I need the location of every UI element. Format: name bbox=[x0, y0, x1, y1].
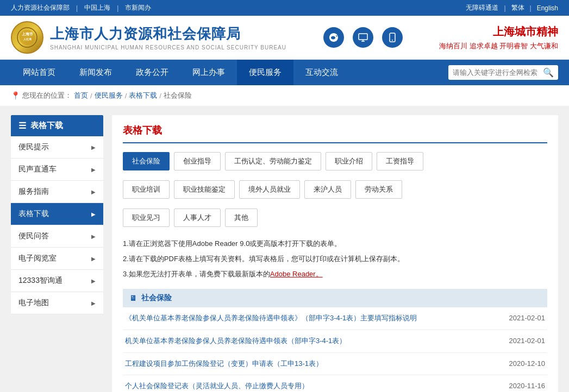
file-date-2: 2020-12-10 bbox=[509, 358, 546, 368]
search-input[interactable] bbox=[453, 68, 540, 77]
nav-interaction[interactable]: 互动交流 bbox=[293, 60, 350, 85]
breadcrumb-current: 社会保险 bbox=[164, 91, 192, 100]
sidebar-arrow-icon: ▶ bbox=[91, 233, 96, 239]
content-area: 表格下载 社会保险 创业指导 工伤认定、劳动能力鉴定 职业介绍 工资指导 职业培… bbox=[112, 115, 558, 392]
sidebar-item-label: 民声直通车 bbox=[18, 165, 57, 174]
weibo-icon[interactable] bbox=[323, 27, 344, 48]
sidebar-header: ☰ 表格下载 bbox=[11, 115, 103, 136]
svg-text:人社局: 人社局 bbox=[23, 37, 32, 41]
sidebar-arrow-icon: ▶ bbox=[91, 167, 96, 173]
top-bar-left: 人力资源社会保障部 | 中国上海 | 市新闻办 bbox=[11, 3, 151, 12]
sidebar-item-12333[interactable]: 12333智询通 ▶ bbox=[11, 270, 103, 292]
accessibility-link[interactable]: 无障碍通道 bbox=[466, 3, 498, 12]
section-header-social: 🖥 社会保险 bbox=[123, 289, 547, 307]
file-name-1[interactable]: 机关单位基本养老保险参保人员养老保险待遇申领表（部申字3-4-1表） bbox=[125, 336, 498, 347]
tab-internship[interactable]: 职业见习 bbox=[123, 208, 170, 227]
location-icon: 📍 bbox=[11, 91, 20, 100]
nav-news[interactable]: 新闻发布 bbox=[67, 60, 124, 85]
main-content: ☰ 表格下载 便民提示 ▶ 民声直通车 ▶ 服务指南 ▶ 表格下载 ▶ 便民问答… bbox=[0, 106, 569, 392]
nav-online[interactable]: 网上办事 bbox=[180, 60, 237, 85]
logo-emblem: 上海市 人社局 bbox=[11, 21, 43, 54]
nav-affairs[interactable]: 政务公开 bbox=[124, 60, 180, 85]
sidebar-arrow-icon: ▶ bbox=[91, 256, 96, 262]
tab-other[interactable]: 其他 bbox=[225, 208, 258, 227]
english-link[interactable]: English bbox=[537, 4, 558, 12]
nav-convenience[interactable]: 便民服务 bbox=[237, 60, 293, 85]
file-row: 工程建设项目参加工伤保险登记（变更）申请表（工申13-1表） 2020-12-1… bbox=[123, 353, 547, 376]
sidebar-item-label: 便民提示 bbox=[18, 142, 49, 152]
sidebar-item-label: 电子地图 bbox=[18, 298, 49, 308]
breadcrumb-download[interactable]: 表格下载 bbox=[129, 91, 157, 100]
instructions: 1.请在正浏览器下使用Adobe Reader 9.0或更高版本打开下载的表单。… bbox=[123, 237, 547, 281]
tab-entrepreneurship[interactable]: 创业指导 bbox=[174, 152, 221, 170]
tab-incoming-staff[interactable]: 来沪人员 bbox=[304, 180, 351, 199]
breadcrumb-convenience[interactable]: 便民服务 bbox=[95, 91, 123, 100]
nav-search-box[interactable]: 🔍 bbox=[448, 65, 558, 80]
file-date-1: 2021-02-01 bbox=[509, 336, 546, 345]
file-date-0: 2021-02-01 bbox=[509, 313, 546, 322]
sidebar-item-guide[interactable]: 服务指南 ▶ bbox=[11, 181, 103, 203]
mobile-icon[interactable] bbox=[382, 27, 403, 48]
sidebar-item-label: 表格下载 bbox=[18, 209, 49, 219]
svg-rect-4 bbox=[359, 34, 367, 40]
category-tabs-row2: 职业培训 职业技能鉴定 境外人员就业 来沪人员 劳动关系 bbox=[123, 180, 547, 199]
instruction-1: 1.请在正浏览器下使用Adobe Reader 9.0或更高版本打开下载的表单。 bbox=[123, 237, 547, 251]
sidebar-item-voice[interactable]: 民声直通车 ▶ bbox=[11, 159, 103, 181]
breadcrumb: 📍 您现在的位置： 首页 / 便民服务 / 表格下载 / 社会保险 bbox=[0, 85, 569, 106]
breadcrumb-label: 您现在的位置： bbox=[22, 91, 72, 100]
file-name-2[interactable]: 工程建设项目参加工伤保险登记（变更）申请表（工申13-1表） bbox=[125, 358, 498, 370]
file-name-3[interactable]: 个人社会保险登记表（灵活就业人员、停止缴费人员专用） bbox=[125, 381, 498, 392]
top-bar-right: 无障碍通道 | 繁体 | English bbox=[466, 3, 558, 12]
tab-vocational-training[interactable]: 职业培训 bbox=[123, 180, 170, 199]
sidebar-arrow-icon: ▶ bbox=[91, 300, 96, 306]
header: 上海市 人社局 上海市人力资源和社会保障局 SHANGHAI MUNICIPAL… bbox=[0, 16, 569, 60]
sidebar-item-faq[interactable]: 便民问答 ▶ bbox=[11, 225, 103, 248]
sidebar-arrow-icon: ▶ bbox=[91, 189, 96, 195]
svg-point-8 bbox=[392, 40, 393, 41]
category-tabs-row1: 社会保险 创业指导 工伤认定、劳动能力鉴定 职业介绍 工资指导 bbox=[123, 152, 547, 170]
file-row: 机关单位基本养老保险参保人员养老保险待遇申领表（部申字3-4-1表） 2021-… bbox=[123, 330, 547, 353]
tab-employment[interactable]: 职业介绍 bbox=[326, 152, 372, 170]
search-icon[interactable]: 🔍 bbox=[543, 67, 554, 78]
spirit-title: 上海城市精神 bbox=[439, 24, 558, 39]
sidebar-item-label: 电子阅览室 bbox=[18, 254, 57, 263]
spirit-subtitle: 海纳百川 追求卓越 开明睿智 大气谦和 bbox=[439, 41, 558, 51]
content-title: 表格下载 bbox=[123, 124, 547, 143]
tab-labor-relations[interactable]: 劳动关系 bbox=[355, 180, 402, 199]
tab-foreign-employment[interactable]: 境外人员就业 bbox=[239, 180, 300, 199]
top-link-shanghai[interactable]: 中国上海 bbox=[84, 3, 110, 12]
monitor-icon[interactable] bbox=[353, 27, 373, 48]
file-list: 《机关单位基本养老保险参保人员养老保险待遇申领表》（部申字3-4-1表）主要填写… bbox=[123, 307, 547, 392]
file-row: 个人社会保险登记表（灵活就业人员、停止缴费人员专用） 2020-11-16 bbox=[123, 375, 547, 392]
sidebar-item-map[interactable]: 电子地图 ▶ bbox=[11, 292, 103, 314]
site-subtitle: SHANGHAI MUNICIPAL HUMAN RESOURCES AND S… bbox=[50, 45, 286, 50]
sidebar-item-tips[interactable]: 便民提示 ▶ bbox=[11, 136, 103, 159]
sidebar-item-ereading[interactable]: 电子阅览室 ▶ bbox=[11, 248, 103, 270]
adobe-reader-link[interactable]: Adobe Reader。 bbox=[270, 270, 323, 278]
instruction-2: 2.请在下载的PDF表格上填写有关资料。填写表格后，您可以打印或在计算机上保存副… bbox=[123, 252, 547, 266]
list-icon: ☰ bbox=[18, 121, 26, 131]
breadcrumb-home[interactable]: 首页 bbox=[74, 91, 88, 100]
tab-skill-assessment[interactable]: 职业技能鉴定 bbox=[174, 180, 235, 199]
sidebar-item-label: 12333智询通 bbox=[18, 276, 62, 286]
tab-salary[interactable]: 工资指导 bbox=[377, 152, 423, 170]
tab-injury[interactable]: 工伤认定、劳动能力鉴定 bbox=[225, 152, 321, 170]
main-nav: 网站首页 新闻发布 政务公开 网上办事 便民服务 互动交流 🔍 bbox=[0, 60, 569, 85]
top-link-hrss[interactable]: 人力资源社会保障部 bbox=[11, 3, 70, 12]
sidebar-item-download[interactable]: 表格下载 ▶ bbox=[11, 203, 103, 225]
instruction-3: 3.如果您无法打开表单，请免费下载最新版本的Adobe Reader。 bbox=[123, 267, 547, 281]
file-name-0[interactable]: 《机关单位基本养老保险参保人员养老保险待遇申领表》（部申字3-4-1表）主要填写… bbox=[125, 313, 498, 324]
header-left: 上海市 人社局 上海市人力资源和社会保障局 SHANGHAI MUNICIPAL… bbox=[11, 21, 286, 54]
tab-personnel-talent[interactable]: 人事人才 bbox=[174, 208, 221, 227]
nav-home[interactable]: 网站首页 bbox=[11, 60, 67, 85]
site-title: 上海市人力资源和社会保障局 bbox=[50, 24, 286, 43]
category-tabs-row3: 职业见习 人事人才 其他 bbox=[123, 208, 547, 227]
logo-text: 上海市人力资源和社会保障局 SHANGHAI MUNICIPAL HUMAN R… bbox=[50, 24, 286, 50]
section-title: 社会保险 bbox=[141, 293, 172, 303]
top-link-news[interactable]: 市新闻办 bbox=[125, 3, 151, 12]
traditional-chinese-link[interactable]: 繁体 bbox=[511, 3, 524, 12]
header-social-icons bbox=[323, 27, 403, 48]
file-row: 《机关单位基本养老保险参保人员养老保险待遇申领表》（部申字3-4-1表）主要填写… bbox=[123, 307, 547, 330]
tab-social-insurance[interactable]: 社会保险 bbox=[123, 152, 170, 170]
sidebar-item-label: 服务指南 bbox=[18, 187, 49, 197]
